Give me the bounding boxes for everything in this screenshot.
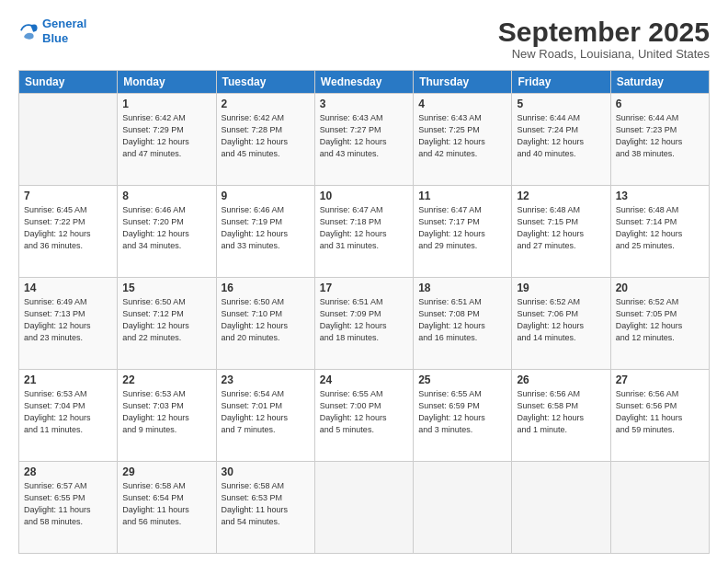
day-info: Sunrise: 6:48 AM Sunset: 7:15 PM Dayligh… bbox=[517, 204, 605, 252]
calendar-cell: 2Sunrise: 6:42 AM Sunset: 7:28 PM Daylig… bbox=[216, 94, 314, 186]
day-number: 20 bbox=[616, 282, 704, 294]
day-info: Sunrise: 6:57 AM Sunset: 6:55 PM Dayligh… bbox=[24, 480, 112, 528]
calendar-cell: 17Sunrise: 6:51 AM Sunset: 7:09 PM Dayli… bbox=[314, 278, 413, 370]
day-number: 26 bbox=[517, 373, 605, 386]
day-info: Sunrise: 6:52 AM Sunset: 7:06 PM Dayligh… bbox=[517, 296, 605, 344]
day-number: 13 bbox=[616, 190, 704, 202]
header-cell-sunday: Sunday bbox=[19, 71, 118, 94]
calendar-cell: 27Sunrise: 6:56 AM Sunset: 6:56 PM Dayli… bbox=[610, 370, 709, 462]
day-info: Sunrise: 6:46 AM Sunset: 7:19 PM Dayligh… bbox=[222, 204, 310, 252]
day-info: Sunrise: 6:47 AM Sunset: 7:18 PM Dayligh… bbox=[320, 204, 408, 252]
day-info: Sunrise: 6:58 AM Sunset: 6:53 PM Dayligh… bbox=[222, 480, 310, 528]
day-info: Sunrise: 6:56 AM Sunset: 6:56 PM Dayligh… bbox=[616, 388, 704, 436]
calendar-cell: 4Sunrise: 6:43 AM Sunset: 7:25 PM Daylig… bbox=[414, 94, 512, 186]
day-number: 29 bbox=[122, 465, 210, 478]
day-number: 6 bbox=[616, 98, 704, 110]
calendar-table: SundayMondayTuesdayWednesdayThursdayFrid… bbox=[18, 70, 710, 554]
header: General Blue September 2025 New Roads, L… bbox=[18, 17, 710, 61]
calendar-cell bbox=[314, 462, 413, 554]
logo-line2: Blue bbox=[42, 31, 68, 45]
day-info: Sunrise: 6:55 AM Sunset: 6:59 PM Dayligh… bbox=[418, 388, 506, 436]
day-number: 7 bbox=[24, 190, 112, 202]
calendar-cell: 13Sunrise: 6:48 AM Sunset: 7:14 PM Dayli… bbox=[610, 186, 709, 278]
day-number: 19 bbox=[517, 282, 605, 294]
week-row-2: 7Sunrise: 6:45 AM Sunset: 7:22 PM Daylig… bbox=[19, 186, 710, 278]
day-number: 3 bbox=[320, 98, 408, 110]
calendar-cell: 24Sunrise: 6:55 AM Sunset: 7:00 PM Dayli… bbox=[314, 370, 413, 462]
header-cell-saturday: Saturday bbox=[610, 71, 709, 94]
day-number: 14 bbox=[24, 282, 112, 294]
day-info: Sunrise: 6:42 AM Sunset: 7:29 PM Dayligh… bbox=[122, 112, 210, 160]
calendar-cell: 12Sunrise: 6:48 AM Sunset: 7:15 PM Dayli… bbox=[512, 186, 610, 278]
day-number: 23 bbox=[222, 373, 310, 386]
calendar-cell bbox=[414, 462, 512, 554]
logo-text: General Blue bbox=[42, 17, 86, 45]
day-info: Sunrise: 6:44 AM Sunset: 7:23 PM Dayligh… bbox=[616, 112, 704, 160]
day-info: Sunrise: 6:47 AM Sunset: 7:17 PM Dayligh… bbox=[418, 204, 506, 252]
day-info: Sunrise: 6:56 AM Sunset: 6:58 PM Dayligh… bbox=[517, 388, 605, 436]
calendar-cell: 15Sunrise: 6:50 AM Sunset: 7:12 PM Dayli… bbox=[118, 278, 216, 370]
calendar-cell: 25Sunrise: 6:55 AM Sunset: 6:59 PM Dayli… bbox=[414, 370, 512, 462]
day-info: Sunrise: 6:52 AM Sunset: 7:05 PM Dayligh… bbox=[616, 296, 704, 344]
calendar-cell: 30Sunrise: 6:58 AM Sunset: 6:53 PM Dayli… bbox=[216, 462, 314, 554]
day-number: 27 bbox=[616, 373, 704, 386]
calendar-cell: 28Sunrise: 6:57 AM Sunset: 6:55 PM Dayli… bbox=[19, 462, 118, 554]
calendar-cell: 20Sunrise: 6:52 AM Sunset: 7:05 PM Dayli… bbox=[610, 278, 709, 370]
header-cell-thursday: Thursday bbox=[414, 71, 512, 94]
calendar-cell: 19Sunrise: 6:52 AM Sunset: 7:06 PM Dayli… bbox=[512, 278, 610, 370]
header-cell-monday: Monday bbox=[118, 71, 216, 94]
header-cell-wednesday: Wednesday bbox=[314, 71, 413, 94]
calendar-cell: 16Sunrise: 6:50 AM Sunset: 7:10 PM Dayli… bbox=[216, 278, 314, 370]
day-number: 21 bbox=[24, 373, 112, 386]
week-row-4: 21Sunrise: 6:53 AM Sunset: 7:04 PM Dayli… bbox=[19, 370, 710, 462]
day-number: 12 bbox=[517, 190, 605, 202]
day-number: 10 bbox=[320, 190, 408, 202]
day-info: Sunrise: 6:50 AM Sunset: 7:10 PM Dayligh… bbox=[222, 296, 310, 344]
day-info: Sunrise: 6:43 AM Sunset: 7:27 PM Dayligh… bbox=[320, 112, 408, 160]
day-info: Sunrise: 6:44 AM Sunset: 7:24 PM Dayligh… bbox=[517, 112, 605, 160]
calendar-cell: 11Sunrise: 6:47 AM Sunset: 7:17 PM Dayli… bbox=[414, 186, 512, 278]
day-info: Sunrise: 6:53 AM Sunset: 7:04 PM Dayligh… bbox=[24, 388, 112, 436]
day-info: Sunrise: 6:49 AM Sunset: 7:13 PM Dayligh… bbox=[24, 296, 112, 344]
day-info: Sunrise: 6:50 AM Sunset: 7:12 PM Dayligh… bbox=[122, 296, 210, 344]
week-row-1: 1Sunrise: 6:42 AM Sunset: 7:29 PM Daylig… bbox=[19, 94, 710, 186]
day-info: Sunrise: 6:48 AM Sunset: 7:14 PM Dayligh… bbox=[616, 204, 704, 252]
day-number: 25 bbox=[418, 373, 506, 386]
calendar-cell bbox=[19, 94, 118, 186]
calendar-cell: 8Sunrise: 6:46 AM Sunset: 7:20 PM Daylig… bbox=[118, 186, 216, 278]
day-number: 16 bbox=[222, 282, 310, 294]
calendar-cell: 21Sunrise: 6:53 AM Sunset: 7:04 PM Dayli… bbox=[19, 370, 118, 462]
week-row-3: 14Sunrise: 6:49 AM Sunset: 7:13 PM Dayli… bbox=[19, 278, 710, 370]
calendar-cell bbox=[610, 462, 709, 554]
location: New Roads, Louisiana, United States bbox=[498, 47, 710, 61]
logo: General Blue bbox=[18, 17, 86, 45]
day-number: 4 bbox=[418, 98, 506, 110]
calendar-cell: 7Sunrise: 6:45 AM Sunset: 7:22 PM Daylig… bbox=[19, 186, 118, 278]
calendar-cell: 14Sunrise: 6:49 AM Sunset: 7:13 PM Dayli… bbox=[19, 278, 118, 370]
day-info: Sunrise: 6:45 AM Sunset: 7:22 PM Dayligh… bbox=[24, 204, 112, 252]
day-info: Sunrise: 6:51 AM Sunset: 7:09 PM Dayligh… bbox=[320, 296, 408, 344]
calendar-cell: 10Sunrise: 6:47 AM Sunset: 7:18 PM Dayli… bbox=[314, 186, 413, 278]
day-number: 2 bbox=[222, 98, 310, 110]
calendar-cell: 29Sunrise: 6:58 AM Sunset: 6:54 PM Dayli… bbox=[118, 462, 216, 554]
day-number: 9 bbox=[222, 190, 310, 202]
header-cell-tuesday: Tuesday bbox=[216, 71, 314, 94]
month-title: September 2025 bbox=[498, 17, 710, 47]
calendar-cell: 18Sunrise: 6:51 AM Sunset: 7:08 PM Dayli… bbox=[414, 278, 512, 370]
title-block: September 2025 New Roads, Louisiana, Uni… bbox=[498, 17, 710, 61]
calendar-cell: 3Sunrise: 6:43 AM Sunset: 7:27 PM Daylig… bbox=[314, 94, 413, 186]
logo-icon bbox=[18, 21, 39, 41]
page: General Blue September 2025 New Roads, L… bbox=[0, 0, 728, 563]
header-cell-friday: Friday bbox=[512, 71, 610, 94]
day-number: 30 bbox=[222, 465, 310, 478]
calendar-cell: 22Sunrise: 6:53 AM Sunset: 7:03 PM Dayli… bbox=[118, 370, 216, 462]
day-info: Sunrise: 6:55 AM Sunset: 7:00 PM Dayligh… bbox=[320, 388, 408, 436]
day-info: Sunrise: 6:53 AM Sunset: 7:03 PM Dayligh… bbox=[122, 388, 210, 436]
day-info: Sunrise: 6:42 AM Sunset: 7:28 PM Dayligh… bbox=[222, 112, 310, 160]
calendar-cell: 26Sunrise: 6:56 AM Sunset: 6:58 PM Dayli… bbox=[512, 370, 610, 462]
day-number: 17 bbox=[320, 282, 408, 294]
day-number: 1 bbox=[122, 98, 210, 110]
calendar-cell: 23Sunrise: 6:54 AM Sunset: 7:01 PM Dayli… bbox=[216, 370, 314, 462]
week-row-5: 28Sunrise: 6:57 AM Sunset: 6:55 PM Dayli… bbox=[19, 462, 710, 554]
day-info: Sunrise: 6:51 AM Sunset: 7:08 PM Dayligh… bbox=[418, 296, 506, 344]
